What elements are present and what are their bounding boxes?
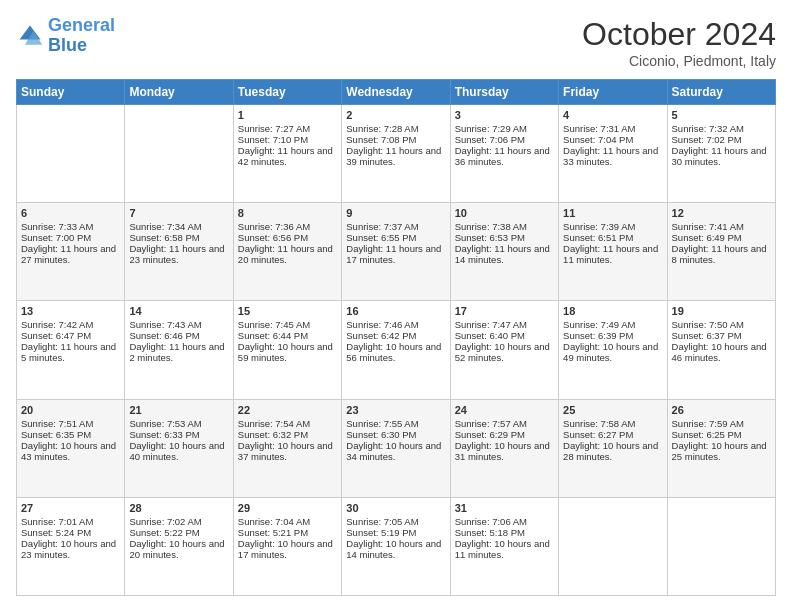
sunset-text: Sunset: 6:51 PM [563,232,662,243]
day-number: 8 [238,207,337,219]
location: Ciconio, Piedmont, Italy [582,53,776,69]
calendar-cell: 20Sunrise: 7:51 AMSunset: 6:35 PMDayligh… [17,399,125,497]
daylight-text: Daylight: 10 hours and 31 minutes. [455,440,554,462]
sunset-text: Sunset: 5:22 PM [129,527,228,538]
sunset-text: Sunset: 5:18 PM [455,527,554,538]
calendar-cell: 16Sunrise: 7:46 AMSunset: 6:42 PMDayligh… [342,301,450,399]
sunset-text: Sunset: 5:19 PM [346,527,445,538]
sunset-text: Sunset: 6:42 PM [346,330,445,341]
daylight-text: Daylight: 10 hours and 20 minutes. [129,538,228,560]
calendar-cell: 11Sunrise: 7:39 AMSunset: 6:51 PMDayligh… [559,203,667,301]
daylight-text: Daylight: 10 hours and 43 minutes. [21,440,120,462]
calendar-week-4: 20Sunrise: 7:51 AMSunset: 6:35 PMDayligh… [17,399,776,497]
day-number: 4 [563,109,662,121]
day-number: 31 [455,502,554,514]
col-sunday: Sunday [17,80,125,105]
day-number: 16 [346,305,445,317]
day-number: 19 [672,305,771,317]
calendar-week-1: 1Sunrise: 7:27 AMSunset: 7:10 PMDaylight… [17,105,776,203]
calendar-cell: 6Sunrise: 7:33 AMSunset: 7:00 PMDaylight… [17,203,125,301]
daylight-text: Daylight: 11 hours and 27 minutes. [21,243,120,265]
page: General Blue October 2024 Ciconio, Piedm… [0,0,792,612]
calendar-cell: 10Sunrise: 7:38 AMSunset: 6:53 PMDayligh… [450,203,558,301]
sunset-text: Sunset: 7:00 PM [21,232,120,243]
sunrise-text: Sunrise: 7:05 AM [346,516,445,527]
logo: General Blue [16,16,115,56]
day-number: 3 [455,109,554,121]
daylight-text: Daylight: 11 hours and 20 minutes. [238,243,337,265]
sunset-text: Sunset: 6:35 PM [21,429,120,440]
col-monday: Monday [125,80,233,105]
day-number: 23 [346,404,445,416]
daylight-text: Daylight: 11 hours and 11 minutes. [563,243,662,265]
sunrise-text: Sunrise: 7:34 AM [129,221,228,232]
calendar-cell: 22Sunrise: 7:54 AMSunset: 6:32 PMDayligh… [233,399,341,497]
daylight-text: Daylight: 10 hours and 34 minutes. [346,440,445,462]
daylight-text: Daylight: 10 hours and 17 minutes. [238,538,337,560]
col-saturday: Saturday [667,80,775,105]
sunset-text: Sunset: 6:47 PM [21,330,120,341]
daylight-text: Daylight: 10 hours and 37 minutes. [238,440,337,462]
day-number: 24 [455,404,554,416]
sunrise-text: Sunrise: 7:54 AM [238,418,337,429]
day-number: 30 [346,502,445,514]
calendar-cell: 30Sunrise: 7:05 AMSunset: 5:19 PMDayligh… [342,497,450,595]
day-number: 10 [455,207,554,219]
calendar-cell: 4Sunrise: 7:31 AMSunset: 7:04 PMDaylight… [559,105,667,203]
daylight-text: Daylight: 11 hours and 2 minutes. [129,341,228,363]
daylight-text: Daylight: 11 hours and 23 minutes. [129,243,228,265]
calendar-cell: 31Sunrise: 7:06 AMSunset: 5:18 PMDayligh… [450,497,558,595]
calendar-cell: 19Sunrise: 7:50 AMSunset: 6:37 PMDayligh… [667,301,775,399]
sunset-text: Sunset: 6:56 PM [238,232,337,243]
sunrise-text: Sunrise: 7:43 AM [129,319,228,330]
sunrise-text: Sunrise: 7:29 AM [455,123,554,134]
sunset-text: Sunset: 6:37 PM [672,330,771,341]
calendar-week-5: 27Sunrise: 7:01 AMSunset: 5:24 PMDayligh… [17,497,776,595]
sunrise-text: Sunrise: 7:58 AM [563,418,662,429]
sunrise-text: Sunrise: 7:06 AM [455,516,554,527]
sunrise-text: Sunrise: 7:28 AM [346,123,445,134]
sunset-text: Sunset: 5:24 PM [21,527,120,538]
sunset-text: Sunset: 7:06 PM [455,134,554,145]
sunset-text: Sunset: 6:30 PM [346,429,445,440]
calendar-cell: 2Sunrise: 7:28 AMSunset: 7:08 PMDaylight… [342,105,450,203]
calendar-cell: 5Sunrise: 7:32 AMSunset: 7:02 PMDaylight… [667,105,775,203]
day-number: 27 [21,502,120,514]
day-number: 11 [563,207,662,219]
sunset-text: Sunset: 6:55 PM [346,232,445,243]
day-number: 29 [238,502,337,514]
logo-blue: Blue [48,36,115,56]
daylight-text: Daylight: 10 hours and 25 minutes. [672,440,771,462]
calendar-cell: 14Sunrise: 7:43 AMSunset: 6:46 PMDayligh… [125,301,233,399]
calendar-cell: 3Sunrise: 7:29 AMSunset: 7:06 PMDaylight… [450,105,558,203]
sunrise-text: Sunrise: 7:59 AM [672,418,771,429]
sunrise-text: Sunrise: 7:01 AM [21,516,120,527]
calendar-cell: 25Sunrise: 7:58 AMSunset: 6:27 PMDayligh… [559,399,667,497]
calendar-cell [559,497,667,595]
daylight-text: Daylight: 11 hours and 8 minutes. [672,243,771,265]
sunrise-text: Sunrise: 7:53 AM [129,418,228,429]
logo-text: General Blue [48,16,115,56]
day-number: 6 [21,207,120,219]
calendar-cell: 9Sunrise: 7:37 AMSunset: 6:55 PMDaylight… [342,203,450,301]
col-thursday: Thursday [450,80,558,105]
sunset-text: Sunset: 6:27 PM [563,429,662,440]
sunrise-text: Sunrise: 7:50 AM [672,319,771,330]
day-number: 17 [455,305,554,317]
title-block: October 2024 Ciconio, Piedmont, Italy [582,16,776,69]
sunrise-text: Sunrise: 7:39 AM [563,221,662,232]
calendar-cell: 1Sunrise: 7:27 AMSunset: 7:10 PMDaylight… [233,105,341,203]
daylight-text: Daylight: 11 hours and 33 minutes. [563,145,662,167]
logo-general: General [48,15,115,35]
day-number: 14 [129,305,228,317]
day-number: 2 [346,109,445,121]
calendar-cell: 28Sunrise: 7:02 AMSunset: 5:22 PMDayligh… [125,497,233,595]
calendar-cell: 23Sunrise: 7:55 AMSunset: 6:30 PMDayligh… [342,399,450,497]
sunrise-text: Sunrise: 7:49 AM [563,319,662,330]
sunset-text: Sunset: 6:29 PM [455,429,554,440]
calendar-cell: 29Sunrise: 7:04 AMSunset: 5:21 PMDayligh… [233,497,341,595]
sunrise-text: Sunrise: 7:46 AM [346,319,445,330]
sunset-text: Sunset: 6:32 PM [238,429,337,440]
calendar-header-row: Sunday Monday Tuesday Wednesday Thursday… [17,80,776,105]
daylight-text: Daylight: 10 hours and 11 minutes. [455,538,554,560]
